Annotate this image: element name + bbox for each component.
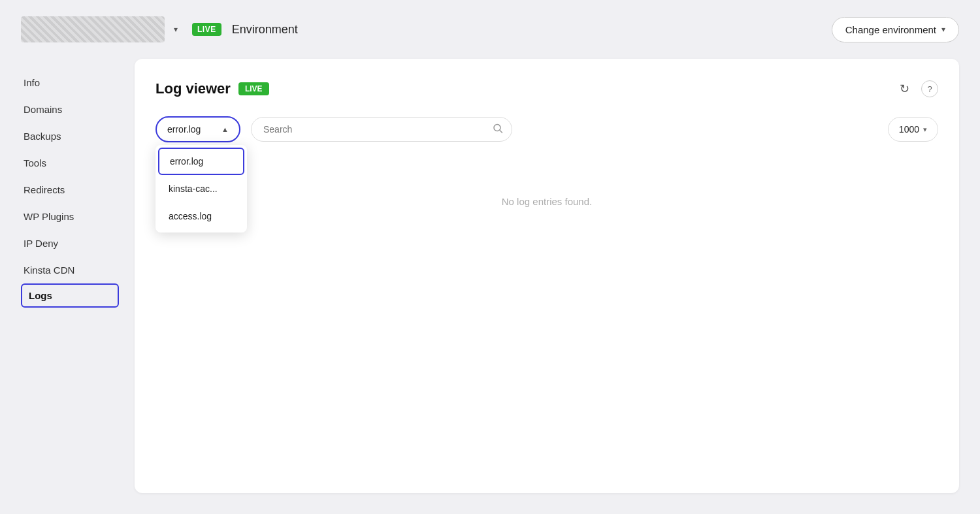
file-selector: error.log ▲ error.log kinsta-cac... acce… [155, 116, 240, 142]
dropdown-item-kinsta-cache[interactable]: kinsta-cac... [158, 175, 244, 202]
panel-title-area: Log viewer LIVE [155, 80, 269, 97]
lines-count-value: 1000 [899, 124, 919, 135]
search-wrapper [251, 117, 512, 142]
panel-header: Log viewer LIVE ↻ ? [155, 80, 938, 98]
header-live-badge: LIVE [192, 23, 221, 36]
log-content-area: No log entries found. [155, 169, 938, 234]
sidebar-item-kinsta-cdn[interactable]: Kinsta CDN [21, 257, 119, 283]
panel-live-badge: LIVE [238, 82, 269, 95]
file-selector-button[interactable]: error.log ▲ [155, 116, 240, 142]
sidebar-item-tools[interactable]: Tools [21, 150, 119, 176]
header-env-label: Environment [232, 23, 298, 37]
lines-count-chevron-icon: ▾ [923, 125, 927, 134]
help-icon: ? [927, 84, 932, 94]
dropdown-item-access-log[interactable]: access.log [158, 202, 244, 230]
no-entries-message: No log entries found. [502, 196, 592, 207]
change-env-chevron-icon: ▾ [941, 25, 945, 34]
sidebar-item-info[interactable]: Info [21, 69, 119, 96]
svg-line-1 [500, 131, 502, 133]
sidebar-item-logs[interactable]: Logs [21, 283, 119, 308]
main-layout: Info Domains Backups Tools Redirects WP … [0, 59, 980, 514]
search-input[interactable] [251, 117, 512, 142]
panel-title: Log viewer [155, 80, 231, 97]
refresh-icon: ↻ [900, 82, 909, 96]
logo-chevron-icon[interactable]: ▾ [170, 24, 182, 35]
panel-icons: ↻ ? [895, 80, 938, 98]
refresh-button[interactable]: ↻ [895, 80, 913, 98]
file-dropdown-menu: error.log kinsta-cac... access.log [155, 145, 247, 233]
sidebar-item-backups[interactable]: Backups [21, 123, 119, 150]
logo [21, 16, 165, 42]
content-panel: Log viewer LIVE ↻ ? error.log ▲ [135, 59, 959, 493]
file-selector-chevron-icon: ▲ [221, 125, 229, 133]
help-button[interactable]: ? [921, 80, 938, 97]
controls-row: error.log ▲ error.log kinsta-cac... acce… [155, 116, 938, 142]
sidebar-item-ip-deny[interactable]: IP Deny [21, 230, 119, 257]
sidebar-item-domains[interactable]: Domains [21, 96, 119, 123]
lines-count-selector[interactable]: 1000 ▾ [888, 117, 938, 142]
header: ▾ LIVE Environment Change environment ▾ [0, 0, 980, 59]
dropdown-item-error-log[interactable]: error.log [158, 148, 244, 175]
search-icon [493, 123, 503, 136]
file-selector-value: error.log [167, 124, 201, 135]
sidebar-item-redirects[interactable]: Redirects [21, 176, 119, 203]
sidebar-item-wp-plugins[interactable]: WP Plugins [21, 203, 119, 230]
sidebar: Info Domains Backups Tools Redirects WP … [21, 59, 119, 493]
change-environment-button[interactable]: Change environment ▾ [832, 17, 959, 42]
logo-area: ▾ [21, 16, 182, 42]
